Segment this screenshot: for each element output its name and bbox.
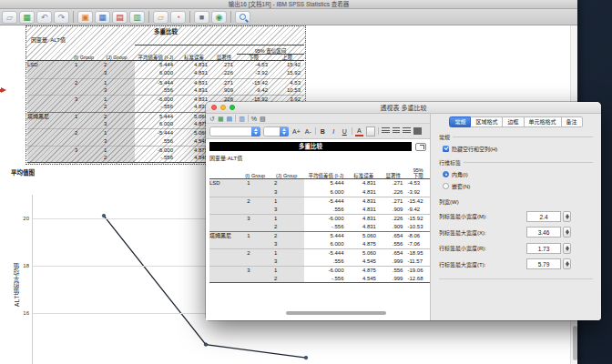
cell: .226	[380, 215, 407, 223]
panel-divider	[439, 278, 593, 279]
align-left-button[interactable]	[382, 127, 390, 135]
table-look-icon[interactable]: ▧	[260, 115, 266, 123]
stepper-control[interactable]	[563, 258, 571, 269]
pivoting-trays-icon[interactable]	[415, 143, 426, 151]
cell: -12.68	[406, 275, 430, 283]
horizontal-scrollbar-thumb[interactable]	[286, 311, 386, 315]
stepper-control[interactable]	[563, 243, 571, 254]
width-field-input[interactable]: 2.4	[526, 211, 561, 222]
cell: 3	[269, 188, 304, 197]
stepper-control[interactable]	[563, 211, 571, 222]
hide-empty-row[interactable]: 隐藏空行和空列(H)	[443, 145, 593, 153]
cell: 2	[69, 129, 98, 136]
table-header: (I) Group (J) Group 平均值差值 (I-J) 标准误差 显著性…	[209, 164, 430, 179]
cell: 4.831	[348, 223, 380, 232]
radio-button[interactable]	[443, 171, 449, 177]
chevron-updown-icon	[280, 126, 289, 136]
cell: 1	[269, 215, 304, 223]
redo-icon[interactable]: ↷	[54, 11, 69, 24]
vertical-scrollbar-thumb[interactable]	[573, 326, 577, 360]
current-selection-arrow-icon	[1, 87, 6, 93]
cell: 2	[241, 197, 269, 206]
insert-icon[interactable]: ▥	[239, 115, 245, 123]
hide-empty-checkbox[interactable]	[443, 146, 449, 152]
pivot-table-canvas[interactable]: 多重比较 因变量:ALT值 (I) Group (J) Group 平均值差值 …	[206, 139, 430, 320]
pivot-table-title[interactable]: 多重比较	[209, 142, 412, 151]
table-row: 36.0004.831.226-3.92	[209, 188, 430, 197]
cell: -.556	[135, 103, 177, 111]
hide-output-icon[interactable]: ■	[194, 11, 209, 24]
cell: 3	[269, 240, 304, 249]
width-field-input[interactable]: 1.73	[526, 243, 561, 254]
text-color-button[interactable]: A	[355, 126, 363, 136]
export-chart-icon[interactable]: ◔	[170, 11, 186, 24]
cell	[69, 137, 98, 146]
underline-button[interactable]: U	[341, 126, 349, 136]
open-icon[interactable]: ▱	[2, 11, 17, 24]
width-field-input[interactable]: 3.46	[526, 227, 561, 238]
format-toolbar: A+ A- B I U A	[206, 124, 430, 139]
show-output-icon[interactable]: ◉	[211, 11, 227, 24]
window-title: 输出16 [文档1R] - IBM SPSS Statistics 查看器	[0, 0, 577, 9]
radio-button[interactable]	[443, 183, 449, 189]
cell: 6.000	[304, 240, 347, 249]
cell: 6.000	[135, 120, 177, 128]
cell: 15.92	[271, 69, 304, 77]
undo-icon[interactable]: ↶	[36, 11, 52, 24]
radio-label: 内角(I)	[452, 170, 468, 178]
insert-rows-icon[interactable]: ▤	[112, 11, 128, 24]
stepper-control[interactable]	[563, 227, 571, 238]
highlight-color-button[interactable]	[366, 126, 375, 136]
cell: 1	[241, 179, 269, 188]
table-row: LSD125.4444.831.271-4.5315.42	[27, 61, 304, 69]
font-family-select[interactable]	[209, 126, 260, 136]
row-dim-option[interactable]: 内角(I)	[443, 170, 593, 178]
numeric-format-icon[interactable]: %	[251, 115, 257, 123]
cell: -3.92	[406, 188, 430, 197]
font-size-select[interactable]	[263, 126, 289, 136]
align-right-button[interactable]	[403, 127, 411, 135]
tab-单元格格式[interactable]: 单元格格式	[525, 116, 562, 127]
tab-边框[interactable]: 边框	[503, 116, 524, 127]
cell: LSD	[209, 179, 241, 188]
cell	[241, 206, 269, 215]
undo-icon[interactable]: ↺	[209, 115, 215, 123]
export-document-icon[interactable]: ▱	[153, 11, 168, 24]
cell: 1	[69, 113, 98, 120]
cell: 塔姆黑尼	[27, 113, 69, 120]
pivot-table-icon[interactable]: ▦	[95, 11, 110, 24]
italic-button[interactable]: I	[330, 126, 338, 136]
pivot-trays-icon[interactable]: ▤	[227, 115, 233, 123]
tab-常规[interactable]: 常规	[449, 116, 471, 127]
bold-button[interactable]: B	[319, 126, 327, 136]
cell: 3	[269, 258, 304, 267]
increase-font-button[interactable]: A+	[291, 126, 301, 136]
header-sig: 显著性	[211, 45, 237, 60]
cell: -6.000	[135, 147, 177, 154]
show-grid-icon[interactable]: ▦	[218, 115, 224, 123]
width-field-label: 列标签最大宽度(X):	[439, 228, 526, 237]
width-field-input[interactable]: 5.79	[526, 258, 561, 269]
cell	[69, 120, 98, 128]
y-axis-label: ALT值的平均值	[13, 221, 21, 349]
align-decimal-button[interactable]	[413, 127, 422, 135]
toolbar-separator	[248, 115, 249, 122]
designate-window-icon[interactable]: ▣	[77, 11, 93, 24]
radio-label: 嵌套(N)	[452, 182, 470, 190]
cell: .271	[380, 179, 407, 188]
transpose-table-icon[interactable]: ▥	[129, 11, 145, 24]
dialog-titlebar[interactable]: 透视表 多重比较	[206, 102, 601, 114]
cell: -9.42	[406, 206, 430, 215]
insert-table-icon[interactable]: ▦	[19, 11, 35, 24]
tab-区域格式[interactable]: 区域格式	[471, 116, 503, 127]
decrease-font-button[interactable]: A-	[304, 126, 312, 136]
cell: 2	[269, 232, 304, 240]
row-dim-option[interactable]: 嵌套(N)	[443, 182, 593, 190]
cell: -4.53	[237, 61, 271, 69]
tab-备注[interactable]: 备注	[562, 116, 583, 127]
align-center-button[interactable]	[393, 127, 400, 135]
zoom-icon[interactable]	[235, 11, 250, 24]
cell: -19.06	[406, 267, 430, 275]
header-std-err: 标准误差	[177, 45, 211, 60]
cell: 4.831	[177, 61, 211, 69]
